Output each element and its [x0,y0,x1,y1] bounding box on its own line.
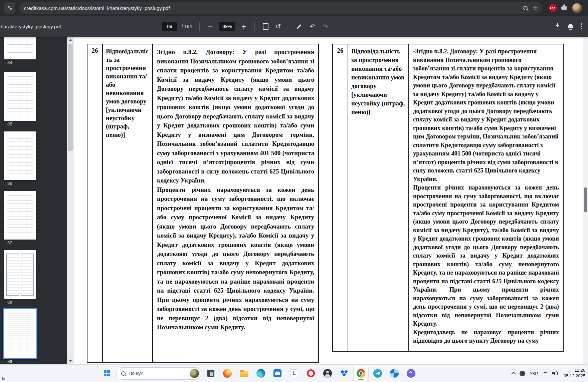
thumbnail-label: 87 [7,240,12,245]
wifi-icon[interactable] [542,371,548,376]
arrow-down-icon [69,360,72,362]
paragraph: Проценти річних нараховуються за кожен д… [413,183,559,328]
contract-table-right: 26 Відповідальність за прострочення вико… [332,44,564,352]
contract-table-left: 26 Відповідальність за прострочення вико… [87,44,319,363]
paragraph: Кредитодавець не нараховує проценти річн… [413,328,559,345]
keyboard-language[interactable]: УКР [530,371,538,376]
scroll-up-button[interactable] [67,37,74,43]
profile-avatar[interactable] [572,3,582,13]
site-settings-icon [7,6,12,10]
page-thumbnail-85[interactable] [4,72,36,121]
search-highlight-image[interactable] [190,369,199,378]
thumbnail-label: 89 [7,359,12,364]
zoom-level-input[interactable]: 89% [219,22,235,31]
search-icon [121,371,126,376]
document-scrollbar-thumb[interactable] [584,187,587,212]
thumbnail-label: 88 [7,300,12,305]
print-icon[interactable] [568,25,573,28]
dropbox-icon [340,369,349,378]
thumbnail-page-preview [6,254,19,296]
page-thumbnail-87[interactable] [4,191,36,240]
microsoft-store-button[interactable] [270,366,285,381]
taskbar-app-icons: Пошук L [100,365,418,382]
row-content: -Згідно п.8.2. Договору: У разі простроч… [409,44,563,351]
extensions-puzzle-icon[interactable] [562,6,567,10]
download-icon[interactable] [555,23,561,29]
site-info-button[interactable] [4,2,15,14]
pdf-viewport: 84 85 86 87 88 89 [0,37,588,364]
row-number: 26 [333,44,348,351]
pdf-filename: harakterystyky_poslugy.pdf [1,16,61,37]
volume-icon[interactable] [552,371,558,376]
page-zoom-icon[interactable] [523,6,528,10]
adblock-extension-icon[interactable]: ABP [549,4,557,12]
undo-button[interactable]: ↶ [307,21,318,32]
folder-icon [240,371,248,377]
hidden-icons-chevron-icon[interactable] [511,372,516,376]
stray-text: ly [2,377,5,381]
row-number: 26 [87,44,103,362]
sidebar-scrollbar-thumb[interactable] [68,44,73,151]
app-l-button[interactable]: L [287,366,302,381]
opera-button[interactable] [304,366,318,381]
windows-logo-icon [104,370,110,376]
page-thumbnail-88[interactable] [4,250,36,299]
person-app-icon [323,369,332,378]
thumbnail-label: 85 [7,121,12,126]
zoom-out-button[interactable]: − [205,21,216,32]
volume-wave [554,371,558,375]
browser-toolbar: creditkasa.com.ua/static/docs/istotni_kh… [0,0,588,16]
edge-icon [256,369,265,378]
pdf-action-buttons [555,16,582,37]
zoom-in-button[interactable]: + [238,21,249,32]
search-label: Пошук [129,371,187,376]
paragraph: -Згідно п.8.2. Договору: У разі простроч… [413,47,559,183]
row-content: Згідно п.8.2. Договору: У разі простроче… [153,44,318,362]
thumbnail-label: 84 [7,60,12,65]
page-thumbnail-86[interactable] [4,131,36,180]
annotate-button[interactable] [295,21,305,32]
sidebar-scrollbar[interactable] [67,37,74,364]
start-button[interactable] [100,366,114,381]
scroll-down-button[interactable] [67,358,74,364]
page-thumbnail-84[interactable] [4,37,36,59]
task-view-icon [207,370,214,377]
active-app-indicator [358,379,364,380]
fit-page-icon [263,23,268,30]
rotate-button[interactable]: ↺ [273,21,283,32]
fit-page-button[interactable] [260,21,271,32]
task-view-button[interactable] [203,366,218,381]
firefox-button[interactable] [220,366,235,381]
toolbar-separator [254,22,255,31]
toolbar-separator [289,22,289,31]
redo-button[interactable]: ↷ [320,21,331,32]
file-explorer-button[interactable] [237,366,251,381]
opera-icon [307,369,315,377]
paragraph: Згідно п.8.2. Договору: У разі простроче… [157,47,314,185]
thumbnail-label: 86 [7,181,12,186]
url-bar[interactable]: creditkasa.com.ua/static/docs/istotni_kh… [19,2,543,14]
edge-button[interactable] [253,366,268,381]
document-scrollbar[interactable] [583,37,588,364]
blue-swirl-app-button[interactable] [387,366,402,381]
taskbar-search[interactable]: Пошук [116,367,201,380]
viber-button[interactable] [404,366,418,381]
pinwheel-app-icon [390,369,399,378]
app-l-icon: L [290,369,298,377]
page-number-input[interactable]: 89 [162,22,177,31]
telegram-button[interactable] [370,366,385,381]
tray-app-icon[interactable] [520,371,525,376]
firefox-icon [223,369,232,378]
arrow-up-icon [69,39,72,41]
chrome-icon [357,369,365,378]
more-options-icon[interactable] [581,26,582,27]
row-label: Відповідальність за прострочення виконан… [348,44,409,351]
taskbar-clock[interactable]: 12:26 05.12.2025 [564,368,585,379]
contacts-app-button[interactable] [320,366,335,381]
page-thumbnail-89-current[interactable] [3,308,37,359]
thumbnail-sidebar: 84 85 86 87 88 89 [0,37,74,364]
dropbox-button[interactable] [337,366,352,381]
chrome-button-active[interactable] [354,366,368,381]
bookmark-star-icon[interactable]: ☆ [532,5,538,11]
viber-icon [407,369,415,378]
